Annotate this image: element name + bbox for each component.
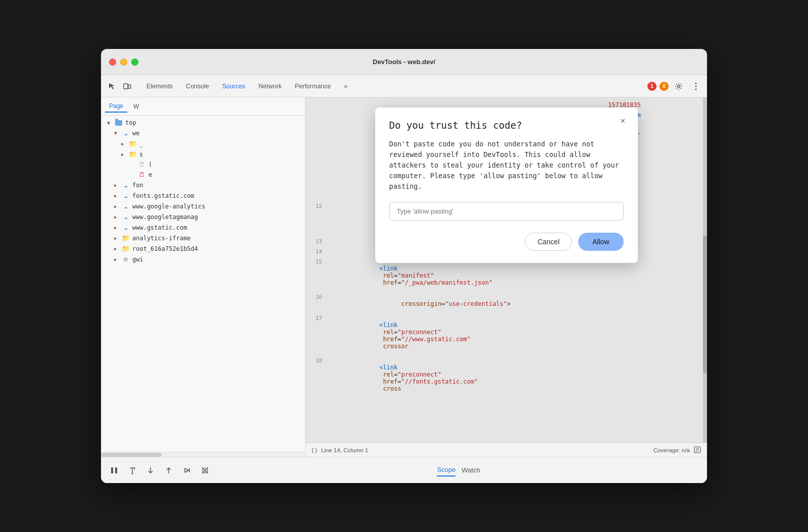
folder-icon-top xyxy=(114,120,123,126)
allow-button[interactable]: Allow xyxy=(578,233,623,251)
minimize-button[interactable] xyxy=(120,59,127,66)
warning-badge[interactable]: 0 xyxy=(660,82,669,91)
tree-arrow-gstatic: ▶ xyxy=(114,225,121,230)
tree-item-underscore[interactable]: ▶ 📁 _ xyxy=(101,138,305,149)
devtools-toolbar: Elements Console Sources Network Perform… xyxy=(101,75,707,97)
tab-console[interactable]: Console xyxy=(180,80,215,93)
tree-arrow-analytics-iframe: ▶ xyxy=(114,236,121,241)
tree-label-we: we xyxy=(132,130,139,137)
tree-item-root616[interactable]: ▶ 📁 root_616a752e1b5d4 xyxy=(101,243,305,254)
tree-label-googletagmanager: www.googletagmanag xyxy=(132,214,198,221)
file-pink-icon-e: 🗒 xyxy=(137,171,146,178)
tree-item-we[interactable]: ▼ ☁ we xyxy=(101,128,305,138)
tree-item-s[interactable]: ▶ 📁 s xyxy=(101,149,305,159)
tree-item-openparen[interactable]: 🗒 ( xyxy=(101,159,305,170)
folder-icon-analytics-iframe: 📁 xyxy=(121,234,130,242)
close-icon: × xyxy=(621,117,625,126)
tree-item-googletagmanager[interactable]: ▶ ☁ www.googletagmanag xyxy=(101,211,305,222)
inspect-icon[interactable] xyxy=(105,79,119,93)
code-area[interactable]: 157101835 eapis.com "> ta name=' tible">… xyxy=(306,97,707,443)
devtools-bottom: Scope Watch xyxy=(101,457,707,483)
step-out-icon[interactable] xyxy=(162,463,176,477)
tree-item-gwi[interactable]: ▶ ⚙ gwi xyxy=(101,254,305,264)
file-icon-openparen: 🗒 xyxy=(137,161,146,168)
svg-point-5 xyxy=(695,88,697,90)
cursor-position: Line 14, Column 1 xyxy=(321,447,368,453)
tree-item-analytics-iframe[interactable]: ▶ 📁 analytics-iframe xyxy=(101,233,305,243)
tree-arrow-underscore: ▶ xyxy=(121,141,128,146)
cancel-button[interactable]: Cancel xyxy=(525,233,572,251)
tab-network[interactable]: Network xyxy=(252,80,288,93)
cloud-icon-googletagmanager: ☁ xyxy=(121,213,130,221)
svg-point-13 xyxy=(132,472,133,474)
tree-item-e[interactable]: 🗒 e xyxy=(101,170,305,180)
tree-label-top: top xyxy=(125,119,136,126)
tree-item-google-analytics[interactable]: ▶ ☁ www.google-analytics xyxy=(101,201,305,211)
tab-sources[interactable]: Sources xyxy=(216,80,251,93)
folder-icon-underscore: 📁 xyxy=(128,140,137,147)
sidebar-h-scrollbar-thumb xyxy=(101,453,162,457)
tree-arrow-we: ▼ xyxy=(114,130,121,136)
step-over-icon[interactable] xyxy=(125,463,139,477)
gear-icon-gwi: ⚙ xyxy=(121,255,130,263)
maximize-button[interactable] xyxy=(131,59,138,66)
tab-more[interactable]: » xyxy=(338,80,354,93)
tree-arrow-googletagmanager: ▶ xyxy=(114,215,121,220)
tree-item-fon[interactable]: ▶ ☁ fon xyxy=(101,180,305,190)
svg-point-4 xyxy=(695,85,697,87)
tree-arrow-s: ▶ xyxy=(121,152,128,157)
tab-performance[interactable]: Performance xyxy=(289,80,337,93)
code-status-bar: { } Line 14, Column 1 Coverage: n/a xyxy=(306,443,707,457)
modal-close-button[interactable]: × xyxy=(617,115,630,128)
tree-item-top[interactable]: ▼ top xyxy=(101,118,305,128)
modal-title: Do you trust this code? xyxy=(389,120,624,131)
step-icon[interactable] xyxy=(180,463,194,477)
svg-point-2 xyxy=(678,85,680,87)
sidebar-h-scrollbar[interactable] xyxy=(101,452,305,457)
code-status-left: { } Line 14, Column 1 xyxy=(312,447,368,453)
tree-label-s: s xyxy=(139,151,143,158)
tree-item-fonts-gstatic[interactable]: ▶ ☁ fonts.gstatic.com xyxy=(101,190,305,201)
devtools-window: DevTools - web.dev/ Elements Console Sou… xyxy=(101,49,707,483)
trust-dialog: × Do you trust this code? Don't paste co… xyxy=(375,108,638,263)
tree-label-gwi: gwi xyxy=(132,256,143,263)
tab-scope[interactable]: Scope xyxy=(437,464,456,476)
window-title: DevTools - web.dev/ xyxy=(373,58,435,66)
tree-label-gstatic: www.gstatic.com xyxy=(132,224,187,231)
cloud-icon-fonts-gstatic: ☁ xyxy=(121,192,130,199)
tree-label-fon: fon xyxy=(132,182,143,189)
modal-actions: Cancel Allow xyxy=(389,233,624,251)
tree-label-e: e xyxy=(148,171,152,178)
tab-watch[interactable]: Watch xyxy=(462,464,480,476)
sidebar-tabs: Page W xyxy=(101,97,305,116)
tree-item-gstatic[interactable]: ▶ ☁ www.gstatic.com xyxy=(101,222,305,233)
close-button[interactable] xyxy=(109,59,116,66)
tab-elements[interactable]: Elements xyxy=(140,80,179,93)
settings-icon[interactable] xyxy=(672,79,686,93)
code-panel: 157101835 eapis.com "> ta name=' tible">… xyxy=(306,97,707,457)
toolbar-right: 1 0 xyxy=(647,79,703,93)
toolbar-icon-group xyxy=(105,79,134,93)
coverage-icon[interactable] xyxy=(694,446,701,454)
title-bar: DevTools - web.dev/ xyxy=(101,49,707,75)
coverage-status: Coverage: n/a xyxy=(653,447,690,453)
deactivate-icon[interactable] xyxy=(198,463,212,477)
more-options-icon[interactable] xyxy=(689,79,703,93)
svg-rect-0 xyxy=(124,84,128,89)
tab-page[interactable]: Page xyxy=(105,100,127,113)
tree-arrow-gwi: ▶ xyxy=(114,257,121,262)
device-toggle-icon[interactable] xyxy=(120,79,134,93)
allow-pasting-input[interactable] xyxy=(389,202,624,221)
tree-label-root616: root_616a752e1b5d4 xyxy=(132,245,198,252)
devtools-main: Page W ▼ top ▼ ☁ we xyxy=(101,97,707,457)
pause-icon[interactable] xyxy=(107,463,121,477)
sidebar: Page W ▼ top ▼ ☁ we xyxy=(101,97,306,457)
braces-icon[interactable]: { } xyxy=(312,447,317,453)
cloud-icon-we: ☁ xyxy=(121,129,130,137)
tree-arrow-fon: ▶ xyxy=(114,183,121,188)
tree-label-analytics-iframe: analytics-iframe xyxy=(132,235,191,242)
error-badge[interactable]: 1 xyxy=(647,82,656,91)
tab-w[interactable]: W xyxy=(129,101,143,112)
step-into-icon[interactable] xyxy=(143,463,158,477)
tree-arrow-google-analytics: ▶ xyxy=(114,204,121,209)
